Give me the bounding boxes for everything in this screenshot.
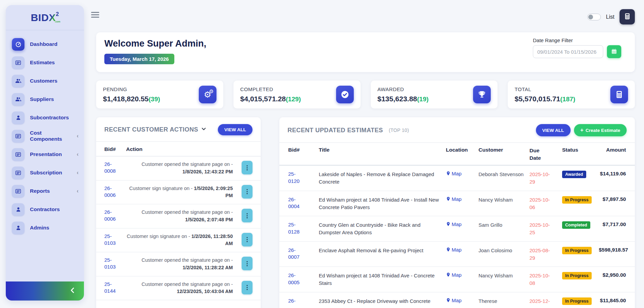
bid-link[interactable]: 26- (288, 297, 316, 304)
calendar-icon (611, 48, 617, 56)
kebab-icon: ⋮ (244, 189, 250, 194)
stat-label: PENDING (103, 86, 160, 92)
map-link[interactable]: Map (446, 297, 476, 304)
bid-link[interactable]: 26-0006 (104, 209, 123, 223)
sidebar-item-presentation[interactable]: Presentation ‹ (6, 145, 84, 164)
row-actions-menu-button[interactable]: ⋮ (242, 257, 253, 270)
bid-link[interactable]: 26-0008 (104, 161, 123, 175)
sidebar-item-customers[interactable]: Customers (6, 72, 84, 90)
bid-link[interactable]: 26-0004 (288, 196, 316, 210)
bid-link[interactable]: 26-0006 (104, 185, 123, 199)
sidebar-item-label: Dashboard (30, 41, 57, 47)
view-all-button[interactable]: VIEW ALL (536, 124, 571, 136)
bid-link[interactable]: 25-0103 (104, 233, 123, 247)
estimate-row: 26-0007 Enclave Asphalt Removal & Re-pav… (279, 242, 635, 267)
calendar-button[interactable] (607, 45, 621, 58)
view-all-button[interactable]: VIEW ALL (218, 124, 253, 135)
row-actions-menu-button[interactable]: ⋮ (242, 233, 253, 246)
estimate-customer: Deborah Stevenson (478, 171, 527, 178)
action-text: Customer opened the signature page on - … (126, 209, 233, 224)
stat-count: (187) (560, 96, 575, 103)
bid-link[interactable]: 25-0128 (288, 221, 316, 235)
bid-link[interactable]: 25-0144 (104, 281, 123, 295)
stat-label: TOTAL (515, 86, 575, 92)
panel-title: RECENT UPDATED ESTIMATES (TOP 10) (288, 127, 409, 134)
chevron-down-icon[interactable] (201, 126, 207, 134)
estimate-customer: Nancy Wisham (478, 272, 527, 279)
sidebar-item-label: Reports (30, 188, 50, 194)
stat-label: AWARDED (378, 86, 429, 92)
sidebar-item-estimates[interactable]: Estimates (6, 53, 84, 72)
list-card-icon (12, 56, 24, 69)
map-link[interactable]: Map (446, 221, 476, 228)
action-text: Customer sign signature on - 1/5/2026, 2… (126, 185, 233, 200)
gears-icon: ⚙⚙ (199, 86, 216, 103)
row-actions-menu-button[interactable]: ⋮ (242, 281, 253, 294)
person-icon (12, 112, 24, 124)
date-range-filter-label: Date Range Filter (533, 37, 621, 43)
sidebar-item-cost-components[interactable]: Cost Components ‹ (6, 127, 84, 145)
sidebar-item-label: Subcontractors (30, 115, 69, 121)
sidebar-item-admins[interactable]: Admins (6, 219, 84, 237)
estimate-amount: $7,897.50 (599, 196, 626, 202)
sidebar: BIDX2.com Dashboard Estimates Customers … (6, 5, 84, 301)
sidebar-item-reports[interactable]: Reports ‹ (6, 182, 84, 200)
map-link[interactable]: Map (446, 171, 476, 177)
map-link[interactable]: Map (446, 272, 476, 278)
estimate-row: 26-0004 Ed Wisham project at 1408 Trinid… (279, 191, 635, 217)
list-view-toggle[interactable] (587, 14, 601, 20)
create-estimate-button[interactable]: +Create Estimate (574, 124, 627, 136)
speedometer-icon (12, 38, 24, 51)
logo-area[interactable]: BIDX2.com (6, 5, 84, 30)
stat-count: (129) (286, 96, 301, 103)
customer-action-row: 26-0006 Customer opened the signature pa… (96, 204, 261, 228)
sidebar-collapse-button[interactable] (6, 281, 84, 301)
sidebar-nav: Dashboard Estimates Customers Suppliers … (6, 30, 84, 281)
customer-action-row: 26-0008 Customer opened the signature pa… (96, 156, 261, 181)
estimate-due-date: 2025-10-29 (529, 171, 559, 186)
stat-count: (39) (149, 96, 160, 103)
sidebar-item-label: Contractors (30, 206, 60, 212)
estimate-customer: Sam Grillo (478, 221, 527, 229)
stats-row: PENDING $1,418,820.55(39) ⚙⚙ COMPLETED $… (96, 81, 635, 108)
sidebar-item-subcontractors[interactable]: Subcontractors (6, 108, 84, 127)
plus-icon: + (580, 127, 584, 133)
estimate-due-date: 2025-08-29 (529, 247, 559, 262)
row-actions-menu-button[interactable]: ⋮ (242, 185, 253, 199)
hamburger-menu-icon[interactable] (91, 12, 99, 19)
estimates-header: Bid# Title Location Customer Due Date St… (279, 143, 635, 166)
bid-link[interactable]: 25-0120 (288, 171, 316, 185)
row-actions-menu-button[interactable]: ⋮ (242, 161, 253, 174)
bidx-logo: BIDX2.com (31, 12, 59, 23)
panel-title: RECENT CUSTOMER ACTIONS (104, 126, 207, 134)
sidebar-item-label: Admins (30, 225, 49, 231)
estimate-title: 2353 Abbey Ct - Replace Driveway with Co… (319, 297, 443, 305)
stat-card-total: TOTAL $5,570,015.71(187) (508, 81, 635, 108)
list-card-icon (12, 185, 24, 198)
column-header-bid: Bid# (288, 147, 316, 153)
estimate-title: Lakeside of Naples - Remove & Replace Da… (319, 171, 443, 186)
chevron-left-icon (69, 287, 76, 295)
toggle-knob (588, 15, 593, 19)
sidebar-item-contractors[interactable]: Contractors (6, 200, 84, 219)
map-link[interactable]: Map (446, 247, 476, 253)
map-link[interactable]: Map (446, 196, 476, 203)
customer-actions-header: Bid# Action (96, 142, 261, 156)
current-date-badge: Tuesday, March 17, 2026 (104, 54, 174, 64)
action-text: Customer sign signature on - 1/2/2026, 1… (126, 233, 233, 248)
column-header-location: Location (446, 147, 476, 153)
sidebar-item-label: Cost Components (30, 130, 71, 142)
column-header-bid: Bid# (104, 146, 123, 152)
date-range-input[interactable] (533, 45, 603, 58)
sidebar-item-dashboard[interactable]: Dashboard (6, 35, 84, 53)
action-date: 12/23/2025, 10:43:04 AM (177, 289, 233, 294)
chevron-left-icon: ‹ (77, 152, 79, 157)
list-card-icon (12, 148, 24, 161)
bid-link[interactable]: 26-0007 (288, 247, 316, 261)
sidebar-item-suppliers[interactable]: Suppliers (6, 90, 84, 108)
bid-link[interactable]: 26-0005 (288, 272, 316, 286)
sidebar-item-subscription[interactable]: Subscription ‹ (6, 164, 84, 182)
calculator-button[interactable] (620, 9, 635, 24)
bid-link[interactable]: 25-0103 (104, 257, 123, 271)
row-actions-menu-button[interactable]: ⋮ (242, 209, 253, 222)
